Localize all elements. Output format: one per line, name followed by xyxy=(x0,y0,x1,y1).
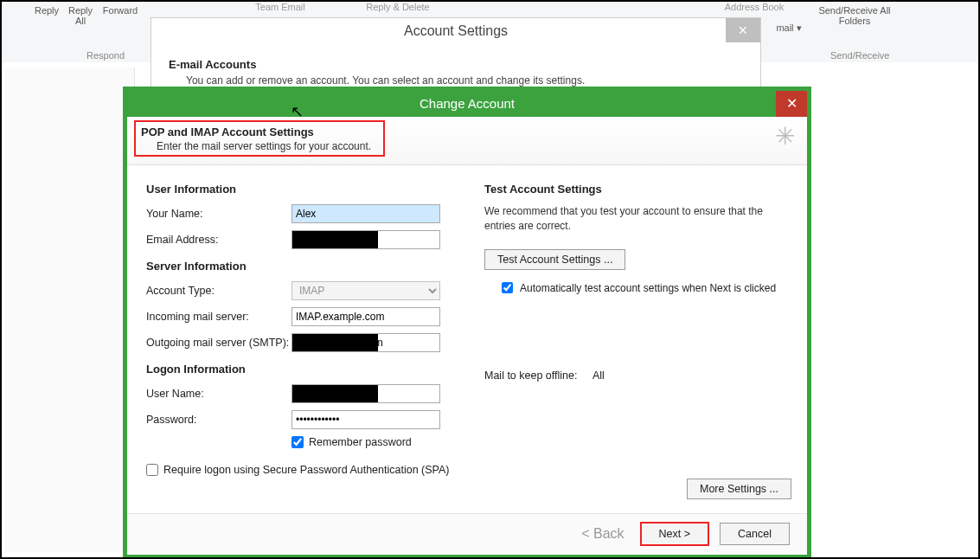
remember-password-checkbox[interactable] xyxy=(291,436,304,448)
right-column: Test Account Settings We recommend that … xyxy=(484,183,788,476)
test-account-button[interactable]: Test Account Settings ... xyxy=(484,249,625,270)
ribbon-address-book[interactable]: Address Book xyxy=(711,2,797,12)
spa-checkbox[interactable] xyxy=(146,464,158,476)
close-icon[interactable]: ✕ xyxy=(776,91,807,117)
account-settings-close-icon[interactable]: ✕ xyxy=(726,18,760,42)
back-button: < Back xyxy=(581,526,624,542)
mail-keep-value: All xyxy=(592,369,605,382)
incoming-label: Incoming mail server: xyxy=(146,311,291,323)
change-account-title: Change Account xyxy=(420,96,515,111)
user-info-heading: User Information xyxy=(146,183,450,196)
remember-password-label: Remember password xyxy=(309,436,412,448)
pop-imap-heading: POP and IMAP Account Settings xyxy=(141,125,793,138)
pop-imap-sub: Enter the mail server settings for your … xyxy=(157,140,793,152)
ribbon-mail-dropdown[interactable]: mail ▾ xyxy=(772,22,806,34)
spa-label: Require logon using Secure Password Auth… xyxy=(163,464,450,476)
account-settings-title: Account Settings xyxy=(404,23,508,38)
account-type-select: IMAP xyxy=(291,281,440,300)
username-input[interactable] xyxy=(291,384,440,403)
email-input[interactable] xyxy=(291,230,440,249)
outgoing-label: Outgoing mail server (SMTP): xyxy=(146,337,291,349)
logon-info-heading: Logon Information xyxy=(146,363,450,376)
email-accounts-sub: You can add or remove an account. You ca… xyxy=(186,74,743,87)
ribbon-reply-all[interactable]: Reply All xyxy=(62,5,99,26)
your-name-label: Your Name: xyxy=(146,208,291,220)
ribbon-team-email[interactable]: Team Email xyxy=(228,2,332,12)
password-label: Password: xyxy=(146,414,291,426)
auto-test-checkbox[interactable] xyxy=(502,282,513,293)
ribbon-reply-delete[interactable]: Reply & Delete xyxy=(355,2,441,12)
outgoing-input[interactable] xyxy=(291,333,440,352)
more-settings-button[interactable]: More Settings ... xyxy=(687,479,791,499)
test-heading: Test Account Settings xyxy=(484,183,788,196)
left-nav-pane xyxy=(5,67,135,552)
password-input[interactable] xyxy=(291,410,440,429)
ribbon-forward[interactable]: Forward xyxy=(99,5,142,16)
email-accounts-heading: E-mail Accounts xyxy=(169,58,743,71)
next-button[interactable]: Next > xyxy=(640,522,709,546)
wizard-buttons: < Back Next > Cancel xyxy=(127,513,807,553)
ribbon-group-respond: Respond xyxy=(86,50,125,61)
test-desc: We recommend that you test your account … xyxy=(484,204,788,234)
server-info-heading: Server Information xyxy=(146,260,450,273)
your-name-input[interactable] xyxy=(291,204,440,223)
cancel-button[interactable]: Cancel xyxy=(720,523,790,545)
change-account-dialog: Change Account ✕ POP and IMAP Account Se… xyxy=(123,87,811,559)
ribbon-reply[interactable]: Reply xyxy=(29,5,64,16)
auto-test-label: Automatically test account settings when… xyxy=(520,282,776,296)
ribbon-group-sendreceive: Send/Receive xyxy=(830,50,890,61)
incoming-input[interactable] xyxy=(291,307,440,326)
left-column: User Information Your Name: Email Addres… xyxy=(146,183,450,476)
mail-keep-label: Mail to keep offline: xyxy=(484,369,577,382)
username-label: User Name: xyxy=(146,388,291,400)
email-label: Email Address: xyxy=(146,234,291,246)
ribbon-send-receive[interactable]: Send/Receive All Folders xyxy=(815,5,894,26)
account-type-label: Account Type: xyxy=(146,285,291,297)
wizard-icon: ✳ xyxy=(775,122,795,151)
